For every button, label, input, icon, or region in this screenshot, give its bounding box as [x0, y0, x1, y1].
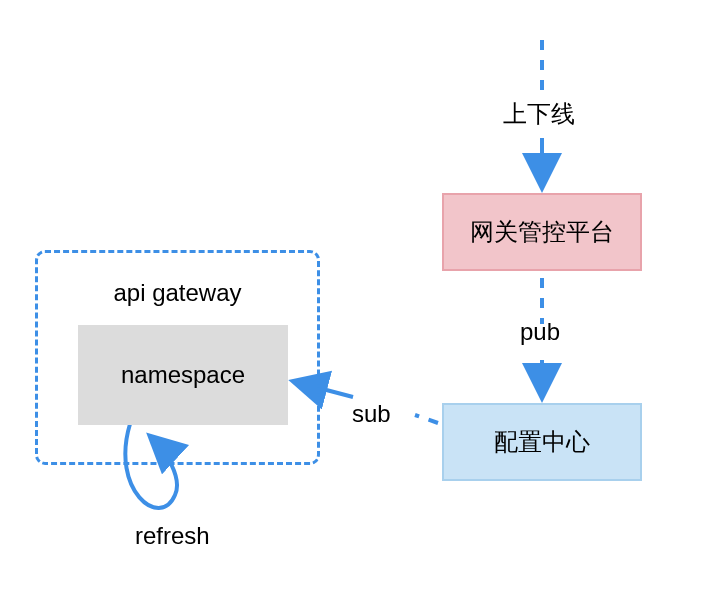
- svg-line-4: [415, 415, 438, 423]
- api-gateway-container: api gateway namespace: [35, 250, 320, 465]
- api-gateway-title: api gateway: [38, 279, 317, 307]
- config-center-box: 配置中心: [442, 403, 642, 481]
- gateway-management-platform-box: 网关管控平台: [442, 193, 642, 271]
- label-refresh: refresh: [135, 522, 210, 550]
- namespace-box: namespace: [78, 325, 288, 425]
- label-sub: sub: [352, 400, 391, 428]
- label-pub: pub: [520, 318, 560, 346]
- label-online-offline: 上下线: [503, 98, 575, 130]
